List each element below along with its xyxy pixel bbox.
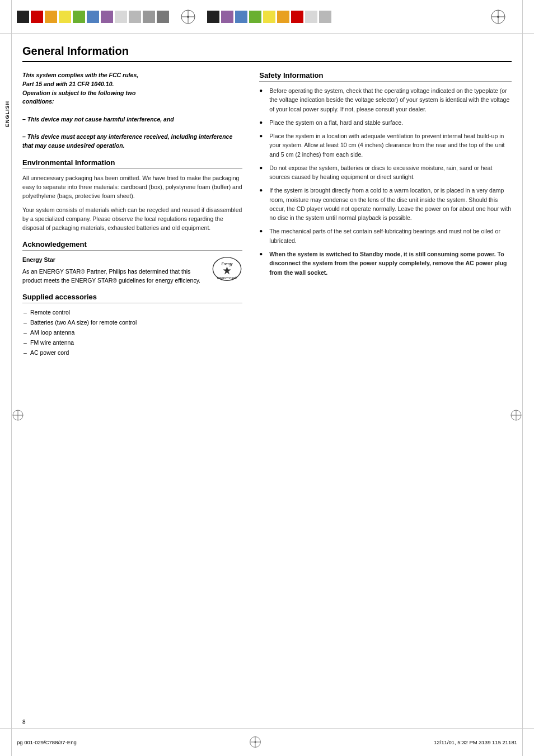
color-blocks-right: [207, 11, 331, 23]
color-blocks-left: [17, 11, 169, 23]
list-item: Do not expose the system, batteries or d…: [259, 163, 512, 182]
environmental-para2: Your system consists of materials which …: [22, 205, 242, 233]
fcc-notice: This system complies with the FCC rules,…: [22, 71, 242, 151]
list-item: Remote control: [22, 308, 242, 318]
fcc-condition1: – This device may not cause harmful inte…: [22, 115, 242, 124]
svg-point-7: [497, 16, 499, 18]
acknowledgement-text: Energy Star As an ENERGY STAR® Partner, …: [22, 255, 206, 285]
bottom-bar: pg 001-029/C788/37-Eng 12/11/01, 5:32 PM…: [0, 728, 534, 756]
color-block: [249, 11, 261, 23]
fcc-condition2: – This device must accept any interferen…: [22, 133, 242, 151]
left-column: This system complies with the FCC rules,…: [22, 71, 242, 358]
color-block: [235, 11, 247, 23]
color-block: [17, 11, 29, 23]
color-block: [115, 11, 127, 23]
fcc-line1: This system complies with the FCC rules,: [22, 71, 242, 80]
svg-point-21: [254, 741, 256, 743]
svg-text:Energy: Energy: [222, 262, 233, 267]
color-block: [45, 11, 57, 23]
environmental-header: Environmental Information: [22, 158, 242, 169]
color-block: [157, 11, 169, 23]
color-block: [129, 11, 141, 23]
color-block: [31, 11, 43, 23]
list-item: The mechanical parts of the set contain …: [259, 227, 512, 245]
top-bar: [0, 0, 534, 34]
crosshair-icon-right: [490, 9, 506, 25]
list-item: Place the system in a location with adeq…: [259, 132, 512, 159]
color-block: [263, 11, 275, 23]
list-item: FM wire antenna: [22, 338, 242, 348]
reg-mark-left: [12, 410, 24, 422]
color-block: [277, 11, 289, 23]
main-content: General Information This system complies…: [0, 34, 534, 391]
energy-star-subheader: Energy Star: [22, 255, 206, 264]
svg-marker-16: [223, 266, 231, 274]
two-column-layout: This system complies with the FCC rules,…: [22, 71, 512, 358]
list-item: AC power cord: [22, 348, 242, 358]
safety-header: Safety Information: [259, 71, 512, 82]
color-block: [73, 11, 85, 23]
accessories-list: Remote control Batteries (two AA size) f…: [22, 308, 242, 358]
color-block: [87, 11, 99, 23]
footer-right: 12/11/01, 5:32 PM 3139 115 21181: [434, 739, 517, 745]
svg-point-3: [187, 16, 189, 18]
fcc-line3: Operation is subject to the following tw…: [22, 89, 242, 98]
safety-list: Before operating the system, check that …: [259, 86, 512, 277]
footer-crosshair: [249, 736, 261, 749]
fcc-line2: Part 15 and with 21 CFR 1040.10.: [22, 80, 242, 89]
acknowledgement-header: Acknowledgement: [22, 240, 242, 251]
page-title: General Information: [22, 45, 512, 62]
list-item: AM loop antenna: [22, 328, 242, 338]
environmental-para1: All unnecessary packaging has been omitt…: [22, 173, 242, 201]
crosshair-icon-left: [180, 9, 196, 25]
footer-left: pg 001-029/C788/37-Eng: [17, 739, 77, 745]
color-block: [291, 11, 303, 23]
right-column: Safety Information Before operating the …: [259, 71, 512, 358]
color-block: [319, 11, 331, 23]
acknowledgement-section: Energy Star As an ENERGY STAR® Partner, …: [22, 255, 242, 285]
list-item: If the system is brought directly from a…: [259, 186, 512, 222]
fcc-line4: conditions:: [22, 97, 242, 106]
svg-text:ENERGY STAR®: ENERGY STAR®: [217, 276, 237, 280]
color-block: [143, 11, 155, 23]
color-block: [305, 11, 317, 23]
energy-star-body: As an ENERGY STAR® Partner, Philips has …: [22, 267, 206, 285]
color-block: [221, 11, 233, 23]
page-wrapper: English General Information This system …: [0, 0, 534, 756]
color-block: [101, 11, 113, 23]
reg-mark-right: [510, 410, 522, 422]
list-item: Before operating the system, check that …: [259, 86, 512, 114]
list-item: Batteries (two AA size) for remote contr…: [22, 318, 242, 328]
accessories-header: Supplied accessories: [22, 293, 242, 303]
color-block: [59, 11, 71, 23]
energy-star-logo: Energy ENERGY STAR®: [212, 256, 242, 281]
page-number: 8: [22, 719, 26, 725]
list-item: Place the system on a flat, hard and sta…: [259, 118, 512, 127]
color-block: [207, 11, 219, 23]
list-item-bold: When the system is switched to Standby m…: [259, 250, 512, 277]
